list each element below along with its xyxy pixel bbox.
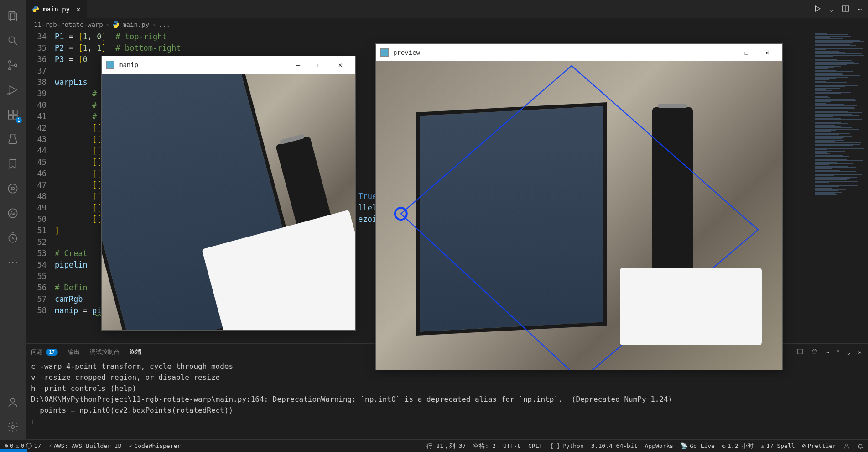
tab-main-py[interactable]: main.py × <box>26 0 87 18</box>
status-golive[interactable]: 📡 Go Live <box>681 442 715 449</box>
svg-point-20 <box>16 262 17 263</box>
status-appworks[interactable]: AppWorks <box>645 442 674 449</box>
svg-marker-7 <box>10 86 17 94</box>
warning-icon: ⚠ <box>16 442 19 449</box>
status-aws[interactable]: ✓ AWS: AWS Builder ID <box>48 442 122 449</box>
window-manip-title: manip <box>119 61 288 68</box>
close-icon[interactable]: × <box>76 5 81 14</box>
status-bell-icon[interactable] <box>857 443 863 449</box>
breadcrumb-folder[interactable]: 11-rgb-rotate-warp <box>34 21 103 28</box>
status-cursor[interactable]: 行 81，列 37 <box>426 442 466 450</box>
svg-point-28 <box>846 444 848 446</box>
maximize-button[interactable]: ☐ <box>309 61 330 68</box>
search-icon[interactable] <box>0 28 26 53</box>
chevron-down-icon[interactable]: ⌄ <box>830 6 833 13</box>
status-feedback-icon[interactable] <box>843 443 850 449</box>
minimize-button[interactable]: — <box>715 49 736 56</box>
more-terminal-icon[interactable]: ⋯ <box>826 349 829 356</box>
close-panel-icon[interactable]: × <box>858 349 862 356</box>
run-icon[interactable] <box>813 5 821 14</box>
status-spaces[interactable]: 空格: 2 <box>473 442 495 450</box>
error-icon: ⊗ <box>5 442 8 449</box>
split-terminal-icon[interactable] <box>796 348 804 357</box>
python-file-icon <box>32 5 39 13</box>
minimize-button[interactable]: — <box>288 61 309 68</box>
status-python-version[interactable]: 3.10.4 64-bit <box>591 442 638 449</box>
status-language[interactable]: { } Python <box>550 442 583 449</box>
terminal-content[interactable]: c -warp 4-point transform, cycle through… <box>26 360 868 439</box>
breadcrumb-file[interactable]: main.py <box>122 21 149 28</box>
settings-icon[interactable] <box>0 415 26 439</box>
svg-point-14 <box>11 187 15 190</box>
bookmarks-icon[interactable] <box>0 152 26 176</box>
source-control-icon[interactable] <box>0 53 26 78</box>
more-actions-icon[interactable]: ⋯ <box>858 6 862 13</box>
status-prettier[interactable]: ⊘ Prettier <box>802 442 836 449</box>
chevron-down-panel-icon[interactable]: ⌄ <box>847 349 851 356</box>
cancel-icon: ⊘ <box>802 442 806 449</box>
tab-terminal[interactable]: 终端 <box>130 348 141 358</box>
breadcrumbs[interactable]: 11-rgb-rotate-warp › main.py › ... <box>26 18 868 31</box>
python-file-icon <box>112 21 120 28</box>
status-bar: ⊗0 ⚠0 ⓘ17 ✓ AWS: AWS Builder ID ✓CodeWhi… <box>0 439 868 452</box>
chevron-up-icon[interactable]: ⌃ <box>837 349 840 356</box>
status-codewhisperer[interactable]: ✓CodeWhisperer <box>129 442 181 449</box>
svg-point-2 <box>9 37 15 42</box>
window-manip-titlebar[interactable]: manip — ☐ ✕ <box>102 56 355 74</box>
opencv-icon <box>106 61 114 69</box>
more-icon[interactable] <box>0 250 26 275</box>
status-eol[interactable]: CRLF <box>528 442 542 449</box>
line-numbers: 3435363738394041424344454647484950515253… <box>26 31 55 343</box>
close-button[interactable]: ✕ <box>757 49 778 56</box>
timer-icon[interactable] <box>0 226 26 250</box>
warp-polygon <box>376 61 782 370</box>
braces-icon: { } <box>550 442 560 449</box>
svg-rect-11 <box>8 115 12 119</box>
window-preview-titlebar[interactable]: preview — ☐ ✕ <box>376 44 782 61</box>
svg-line-3 <box>14 42 17 45</box>
window-manip-content <box>102 74 355 330</box>
activity-bar: 1 AW <box>0 0 26 439</box>
tab-output[interactable]: 输出 <box>68 348 80 356</box>
warning-icon: ⚠ <box>761 442 764 449</box>
aws-icon[interactable]: AW <box>0 201 26 226</box>
tab-debug-console[interactable]: 调试控制台 <box>90 348 120 356</box>
breadcrumb-tail[interactable]: ... <box>159 21 170 28</box>
extensions-icon[interactable]: 1 <box>0 102 26 127</box>
tab-label: main.py <box>43 5 70 13</box>
tab-problems[interactable]: 问题 17 <box>31 348 58 356</box>
problems-badge: 17 <box>46 349 58 356</box>
explorer-icon[interactable] <box>0 4 26 28</box>
window-preview[interactable]: preview — ☐ ✕ <box>375 43 783 370</box>
svg-point-19 <box>12 262 13 263</box>
svg-text:AW: AW <box>10 211 16 215</box>
close-button[interactable]: ✕ <box>330 61 351 68</box>
extensions-badge: 1 <box>16 117 22 123</box>
svg-point-30 <box>395 208 407 220</box>
testing-icon[interactable] <box>0 127 26 152</box>
svg-point-21 <box>11 398 15 402</box>
clock-icon: ↻ <box>722 442 726 449</box>
minimap[interactable] <box>813 31 868 268</box>
tabs-bar: main.py × ⌄ ⋯ <box>26 0 868 18</box>
maximize-button[interactable]: ☐ <box>736 49 757 56</box>
status-spell[interactable]: ⚠ 17 Spell <box>761 442 795 449</box>
svg-marker-29 <box>401 66 758 370</box>
run-debug-icon[interactable] <box>0 78 26 102</box>
status-errors[interactable]: ⊗0 ⚠0 ⓘ17 <box>5 442 41 450</box>
status-time[interactable]: ↻ 1.2 小时 <box>722 442 754 450</box>
svg-rect-10 <box>13 110 17 114</box>
window-manip[interactable]: manip — ☐ ✕ <box>101 56 356 331</box>
accounts-icon[interactable] <box>0 390 26 415</box>
svg-point-6 <box>15 64 17 66</box>
info-icon: ⓘ <box>26 442 32 450</box>
svg-point-22 <box>11 426 15 429</box>
window-preview-title: preview <box>393 49 715 56</box>
status-encoding[interactable]: UTF-8 <box>503 442 521 449</box>
svg-rect-9 <box>8 110 12 114</box>
opencv-icon <box>380 48 389 57</box>
split-editor-icon[interactable] <box>842 5 850 14</box>
trash-icon[interactable] <box>811 348 818 357</box>
gitlens-icon[interactable] <box>0 176 26 201</box>
svg-point-8 <box>8 93 10 95</box>
